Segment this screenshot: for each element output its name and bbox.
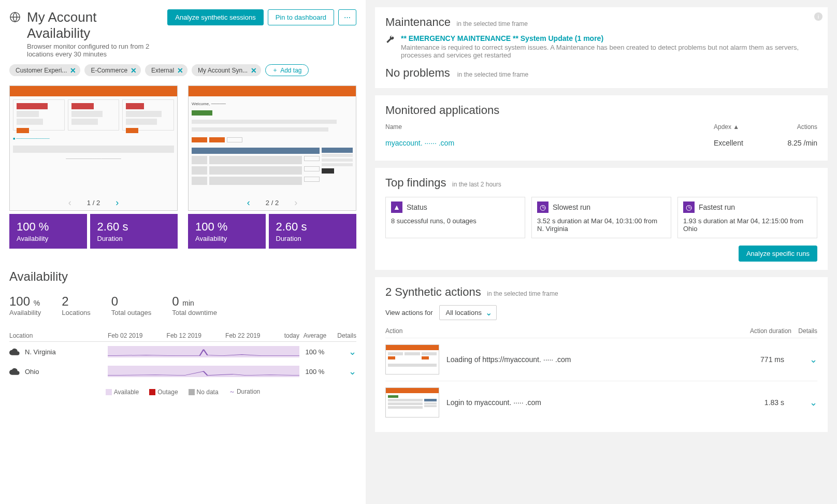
availability-metric: 100 % Availability (188, 214, 266, 249)
maintenance-description: Maintenance is required to correct syste… (401, 44, 817, 59)
location-row: Ohio 100 % ⌄ (9, 362, 356, 381)
findings-heading: Top findings (385, 176, 446, 189)
action-thumbnail (385, 344, 439, 375)
close-icon[interactable]: ✕ (70, 66, 76, 75)
chevron-right-icon[interactable]: › (116, 197, 119, 208)
sparkline-chart[interactable] (108, 346, 299, 357)
clock-icon: ◷ (537, 201, 549, 213)
chevron-down-icon[interactable]: ⌄ (349, 366, 356, 377)
stat-locations: 2 Locations (62, 294, 91, 316)
duration-metric: 2.60 s Duration (269, 214, 357, 249)
chevron-down-icon[interactable]: ⌄ (810, 397, 817, 408)
sparkline-chart[interactable] (108, 366, 299, 377)
synthetic-actions-card: 2 Synthetic actions in the selected time… (375, 277, 828, 432)
tag-list: Customer Experi...✕ E-Commerce✕ External… (9, 64, 356, 76)
cloud-icon (9, 348, 20, 355)
analyze-sessions-button[interactable]: Analyze synthetic sessions (167, 9, 263, 25)
action-row[interactable]: Login to myaccount. ····· .com 1.83 s ⌄ (385, 381, 817, 424)
screenshot-preview[interactable]: ■ ───────────── ────────────────────────… (9, 85, 178, 211)
location-row: N. Virginia 100 % ⌄ (9, 342, 356, 362)
close-icon[interactable]: ✕ (251, 66, 257, 75)
monitored-heading: Monitored applications (385, 104, 499, 117)
maintenance-card: i Maintenance in the selected time frame… (375, 7, 828, 88)
actions-heading: 2 Synthetic actions (385, 285, 481, 298)
apdex-sort[interactable]: Apdex ▲ (714, 123, 776, 131)
page-title: My Account Availability (27, 9, 161, 41)
action-thumbnail (385, 387, 439, 417)
close-icon[interactable]: ✕ (131, 66, 137, 75)
tag-item[interactable]: Customer Experi...✕ (9, 64, 80, 76)
col-details: Details (330, 332, 356, 339)
chevron-left-icon: ‹ (68, 197, 71, 208)
chevron-left-icon[interactable]: ‹ (247, 197, 250, 208)
app-link[interactable]: myaccount. ······ .com (385, 139, 714, 147)
cloud-icon (9, 368, 20, 375)
chevron-right-icon: › (294, 197, 297, 208)
finding-slowest[interactable]: ◷Slowest run 3.52 s duration at Mar 04, … (531, 197, 671, 238)
stat-downtime: 0 min Total downtime (172, 294, 217, 316)
finding-status[interactable]: ▲Status 8 successful runs, 0 outages (385, 197, 525, 238)
info-icon[interactable]: i (814, 12, 822, 21)
col-average: Average (299, 332, 330, 339)
chevron-down-icon[interactable]: ⌄ (349, 347, 356, 357)
plus-icon: ＋ (272, 66, 278, 75)
maintenance-link[interactable]: ** EMERGENCY MAINTENANCE ** System Updat… (401, 34, 817, 42)
tag-item[interactable]: E-Commerce✕ (84, 64, 141, 76)
availability-heading: Availability (9, 269, 356, 284)
tag-item[interactable]: My Account Syn...✕ (192, 64, 261, 76)
col-location: Location (9, 332, 108, 339)
pager-text: 1 / 2 (87, 199, 100, 207)
wrench-icon (385, 35, 395, 45)
analyze-runs-button[interactable]: Analyze specific runs (739, 246, 817, 262)
more-menu-button[interactable]: ⋯ (338, 9, 356, 25)
stat-availability: 100 % Availability (9, 294, 41, 316)
action-row[interactable]: Loading of https://myaccount. ····· .com… (385, 338, 817, 381)
globe-icon (9, 11, 21, 23)
chevron-down-icon[interactable]: ⌄ (810, 354, 817, 365)
chart-legend: Available Outage No data ～ Duration (9, 387, 356, 396)
warning-icon: ▲ (391, 201, 402, 213)
page-subtitle: Browser monitor configured to run from 2… (27, 42, 161, 58)
duration-metric: 2.60 s Duration (90, 214, 178, 249)
tag-item[interactable]: External✕ (145, 64, 187, 76)
stat-outages: 0 Total outages (111, 294, 151, 316)
finding-fastest[interactable]: ◷Fastest run 1.93 s duration at Mar 04, … (677, 197, 817, 238)
clock-icon: ◷ (683, 201, 695, 213)
maintenance-heading: Maintenance (385, 16, 451, 28)
add-tag-button[interactable]: ＋Add tag (265, 64, 308, 76)
findings-card: Top findings in the last 2 hours ▲Status… (375, 168, 828, 270)
screenshot-preview[interactable]: Welcome, ───── (188, 85, 356, 211)
close-icon[interactable]: ✕ (177, 66, 183, 75)
app-row[interactable]: myaccount. ······ .com Excellent 8.25 /m… (385, 134, 817, 152)
pin-dashboard-button[interactable]: Pin to dashboard (268, 9, 334, 25)
location-filter-select[interactable]: All locations (439, 305, 497, 320)
availability-metric: 100 % Availability (9, 214, 87, 249)
monitored-apps-card: Monitored applications Name Apdex ▲ Acti… (375, 95, 828, 161)
pager-text: 2 / 2 (266, 199, 279, 207)
